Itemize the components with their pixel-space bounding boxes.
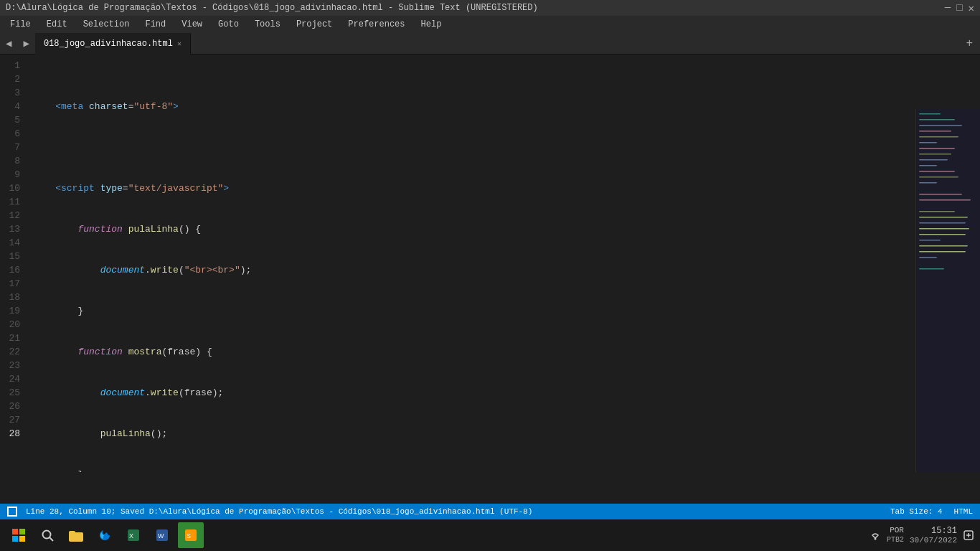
tab-bar: ◀ ▶ 018_jogo_adivinhacao.html ✕ + (0, 33, 980, 55)
taskbar-right: POR PTB2 15:31 30/07/2022 (870, 525, 974, 545)
svg-rect-36 (69, 531, 75, 534)
line-num-3: 3 (3, 86, 24, 100)
line-num-1: 1 (3, 59, 24, 72)
line-num-19: 19 (3, 304, 24, 318)
edge-button[interactable] (92, 522, 118, 548)
menu-selection[interactable]: Selection (76, 18, 137, 31)
system-clock: 15:31 30/07/2022 (910, 526, 957, 545)
line-num-6: 6 (3, 127, 24, 141)
line-num-16: 16 (3, 263, 24, 277)
svg-rect-4 (919, 131, 951, 132)
line-num-13: 13 (3, 222, 24, 236)
svg-rect-23 (919, 240, 941, 241)
svg-rect-37 (128, 529, 139, 541)
line-num-4: 4 (3, 100, 24, 113)
menu-tools[interactable]: Tools (248, 18, 288, 31)
svg-rect-15 (919, 194, 962, 195)
file-explorer-button[interactable] (63, 522, 89, 548)
line-num-26: 26 (3, 400, 24, 413)
menu-view[interactable]: View (174, 18, 209, 31)
start-button[interactable] (6, 522, 32, 548)
menu-edit[interactable]: Edit (39, 18, 75, 31)
svg-rect-13 (919, 182, 937, 184)
search-button[interactable] (34, 522, 60, 548)
menu-help[interactable]: Help (414, 18, 449, 31)
maximize-button[interactable]: □ (956, 2, 962, 14)
svg-rect-6 (919, 142, 937, 143)
line-num-20: 20 (3, 318, 24, 331)
line-num-18: 18 (3, 291, 24, 304)
svg-rect-41 (185, 529, 197, 541)
minimize-button[interactable]: ─ (945, 2, 951, 14)
code-line-6: } (33, 304, 977, 318)
line-num-27: 27 (3, 413, 24, 427)
code-line-9: pulaLinha(); (33, 427, 977, 441)
svg-rect-2 (919, 119, 955, 121)
svg-rect-10 (919, 165, 937, 166)
svg-rect-29 (12, 529, 18, 534)
svg-text:S: S (187, 532, 191, 540)
status-right: Tab Size: 4 HTML (890, 507, 973, 516)
menu-bar: File Edit Selection Find View Goto Tools… (0, 16, 980, 33)
line-num-24: 24 (3, 372, 24, 386)
status-bar: Line 28, Column 10; Saved D:\Alura\Lógic… (0, 504, 980, 519)
tab-nav-right[interactable]: ▶ (17, 34, 34, 52)
tab-size-label[interactable]: Tab Size: 4 (890, 507, 943, 516)
svg-rect-31 (12, 536, 18, 542)
svg-rect-7 (919, 148, 955, 149)
taskbar-left: X W S (6, 522, 204, 548)
svg-rect-9 (919, 159, 948, 161)
svg-rect-3 (919, 125, 962, 126)
svg-text:W: W (158, 532, 164, 540)
title-bar: D:\Alura\Lógica de Programação\Textos - … (0, 0, 980, 16)
line-numbers: 1 2 3 4 5 6 7 8 9 10 11 12 13 14 15 16 1… (0, 55, 30, 472)
line-num-11: 11 (3, 195, 24, 209)
line-num-21: 21 (3, 331, 24, 345)
svg-rect-1 (919, 113, 941, 115)
close-button[interactable]: ✕ (969, 2, 974, 14)
menu-file[interactable]: File (3, 18, 38, 31)
sublime-icon: S (184, 528, 198, 542)
svg-rect-25 (919, 251, 966, 253)
menu-preferences[interactable]: Preferences (341, 18, 412, 31)
svg-rect-18 (919, 211, 955, 212)
line-num-10: 10 (3, 182, 24, 195)
svg-text:X: X (129, 532, 133, 540)
svg-rect-28 (919, 268, 944, 270)
svg-point-43 (874, 538, 876, 540)
line-num-5: 5 (3, 113, 24, 127)
line-num-22: 22 (3, 345, 24, 359)
svg-rect-11 (919, 171, 955, 172)
tab-label: 018_jogo_adivinhacao.html (44, 39, 173, 49)
system-tray: POR PTB2 15:31 30/07/2022 (870, 525, 974, 545)
svg-rect-24 (919, 245, 968, 247)
svg-rect-12 (919, 176, 958, 178)
tab-close-icon[interactable]: ✕ (177, 39, 182, 48)
menu-project[interactable]: Project (289, 18, 339, 31)
svg-rect-19 (919, 217, 968, 218)
svg-rect-21 (919, 228, 969, 230)
tab-file[interactable]: 018_jogo_adivinhacao.html ✕ (35, 33, 191, 55)
line-num-15: 15 (3, 250, 24, 263)
svg-rect-26 (919, 257, 937, 258)
code-content[interactable]: <meta charset="utf-8"> <script type="tex… (30, 55, 980, 472)
tab-add-button[interactable]: + (958, 34, 980, 53)
sublime-text-button[interactable]: S (178, 522, 204, 548)
lang-label[interactable]: HTML (954, 507, 973, 516)
code-line-3: <script type="text/javascript"> (33, 182, 977, 195)
word-button[interactable]: W (149, 522, 175, 548)
code-line-10: } (33, 468, 977, 472)
menu-find[interactable]: Find (138, 18, 173, 31)
svg-rect-32 (19, 536, 25, 542)
notification-icon (963, 529, 974, 541)
svg-rect-8 (919, 154, 951, 155)
line-num-25: 25 (3, 386, 24, 400)
svg-rect-39 (156, 529, 168, 541)
tab-nav-left[interactable]: ◀ (0, 34, 17, 52)
excel-button[interactable]: X (121, 522, 146, 548)
code-line-5: document.write("<br><br>"); (33, 263, 977, 277)
minimap-visual (916, 109, 980, 472)
search-icon (41, 529, 54, 542)
menu-goto[interactable]: Goto (211, 18, 246, 31)
edge-icon (98, 528, 112, 542)
